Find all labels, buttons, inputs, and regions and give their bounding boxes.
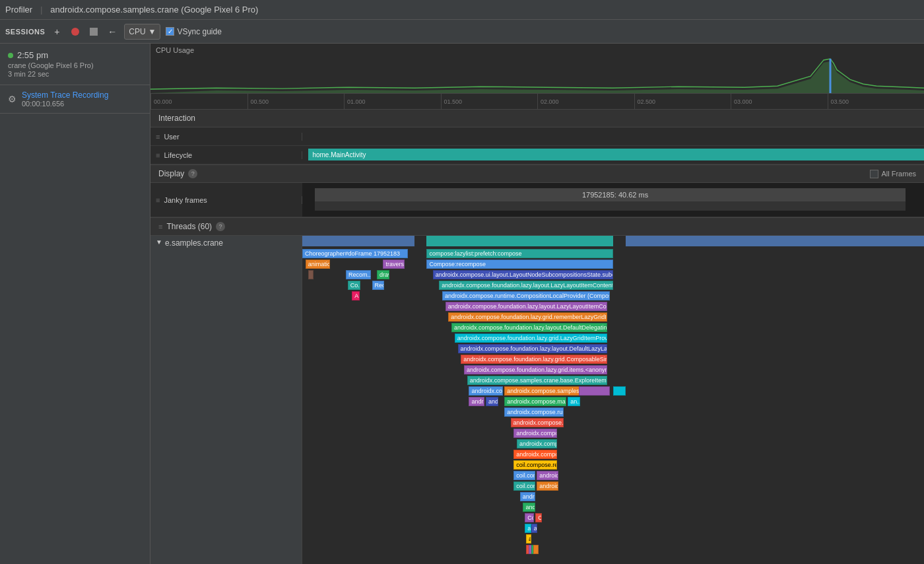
flame-right-1[interactable] (579, 386, 610, 396)
add-session-button[interactable]: + (50, 25, 63, 38)
stop-icon (90, 28, 98, 36)
record-icon (71, 28, 79, 36)
vsync-checkbox[interactable]: ✓ (166, 27, 174, 36)
live-indicator (8, 53, 13, 58)
hamburger-icon-3[interactable]: ≡ (156, 196, 160, 204)
collapse-icon[interactable]: ▼ (156, 238, 162, 246)
flame-block-5[interactable]: draw (377, 270, 389, 279)
ruler-tick-0: 00.000 (150, 94, 248, 109)
flame-block-15[interactable]: androidx.compose.foundation.lazy.layout.… (451, 323, 607, 332)
flame-block-16[interactable]: androidx.compose.foundation.lazy.grid.La… (455, 334, 607, 343)
flame-block-42[interactable]: an... (531, 524, 537, 533)
flame-block-bottom-4[interactable] (533, 545, 539, 554)
flame-block-23[interactable]: andr... (469, 397, 484, 406)
threads-help-icon[interactable]: ? (216, 222, 225, 231)
timeline-ruler: 00.000 00.500 01.000 01.500 02.000 02.50… (150, 93, 924, 109)
flame-block-32[interactable]: coil.compose.rememberAsyncImagePainter (… (513, 460, 557, 470)
session-duration: 3 min 22 sec (8, 70, 142, 78)
trace-recording-item[interactable]: ⚙ System Trace Recording 00:00:10.656 (0, 85, 150, 114)
trace-name: System Trace Recording (22, 90, 142, 100)
vsync-toggle[interactable]: ✓ VSync guide (166, 27, 221, 36)
flame-block-28[interactable]: androidx.compose.material.Surface.<anony… (511, 418, 564, 427)
flame-block-27[interactable]: androidx.compose.runtime.CompositionLoca… (504, 407, 563, 417)
plus-icon: + (54, 27, 59, 36)
flame-block-30[interactable]: androidx.compose.samples.crane.base.Expl… (517, 439, 557, 448)
threads-title: Threads (60) (166, 222, 212, 231)
thread-header-bar-3 (626, 236, 924, 246)
thread-name: e.samples.crane (165, 238, 223, 248)
flame-block-34[interactable]: androidx.compose.u... (537, 471, 558, 480)
lifecycle-row-content: home.MainActivity (302, 146, 924, 164)
flame-block-43[interactable]: a... (526, 534, 531, 544)
stop-button[interactable] (87, 25, 100, 38)
record-button[interactable] (69, 25, 82, 38)
toolbar: SESSIONS + ← CPU ▼ ✓ VSync guide (0, 20, 924, 44)
user-row-label: User (164, 133, 179, 141)
flame-block-29[interactable]: androidx.compose.samples.crane.base.Expl… (513, 429, 557, 438)
session-info: 2:55 pm crane (Google Pixel 6 Pro) 3 min… (0, 44, 150, 85)
flame-block-38[interactable]: androidx.com... (523, 503, 535, 512)
flame-block-31[interactable]: androidx.compose.samples.crane.base.Expl… (513, 450, 557, 459)
flame-block-11[interactable]: androidx.compose.foundation.lazy.layout.… (439, 281, 613, 290)
ruler-tick-5: 02.500 (634, 94, 731, 109)
flame-block-41[interactable]: an... (525, 524, 531, 533)
janky-tooltip: 17952185: 40.62 ms (582, 191, 648, 199)
flame-block-12[interactable]: androidx.compose.runtime.CompositionLoca… (442, 291, 610, 300)
main-layout: 2:55 pm crane (Google Pixel 6 Pro) 3 min… (0, 44, 924, 564)
title-separator: | (40, 5, 42, 15)
display-header: Display ? All Frames (150, 165, 924, 183)
flame-block-6[interactable]: Co... (348, 281, 360, 290)
hamburger-icon-2[interactable]: ≡ (156, 151, 160, 159)
display-title: Display (158, 169, 184, 178)
flame-block-7[interactable]: Rec... (372, 281, 385, 290)
help-icon[interactable]: ? (188, 169, 197, 178)
flame-block-37[interactable]: androidx.compo... (520, 492, 536, 501)
threads-hamburger[interactable]: ≡ (158, 223, 162, 230)
chevron-down-icon: ▼ (148, 27, 156, 36)
flame-block-anim-sub[interactable] (308, 270, 314, 279)
flame-block-21[interactable]: androidx.compose.ui.layout.m... (469, 386, 503, 396)
title-profiler: Profiler (5, 5, 32, 15)
flame-block-39[interactable]: Com... (525, 513, 534, 522)
ruler-tick-3: 01.500 (441, 94, 538, 109)
flame-block-33[interactable]: coil.compose.r... (513, 471, 535, 480)
flame-block-36[interactable]: androidx.compo... (537, 481, 558, 491)
flame-block-0[interactable]: Choreographer#doFrame 17952183 (302, 249, 408, 258)
flame-block-24[interactable]: andr... (486, 397, 498, 406)
hamburger-icon[interactable]: ≡ (156, 133, 160, 141)
flame-block-10[interactable]: androidx.compose.ui.layout.LayoutNodeSub… (433, 270, 613, 279)
content-area: CPU Usage 00.000 00.500 01.000 01.500 02… (150, 44, 924, 564)
flame-block-35[interactable]: coil.compose.r... (513, 481, 535, 491)
interaction-header: Interaction (150, 110, 924, 127)
flame-block-4[interactable]: Recom... (346, 270, 371, 279)
janky-frames-label: Janky frames (164, 196, 207, 204)
all-frames-checkbox[interactable] (870, 170, 878, 178)
threads-body: ▼ e.samples.crane Choreographer#doFrame … (150, 236, 924, 564)
flame-block-1[interactable]: compose:lazylist:prefetch:compose (426, 249, 613, 258)
flame-block-25[interactable]: androidx.compose.material.Surface (Surfa… (504, 397, 566, 406)
flame-block-3[interactable]: traversal (383, 260, 405, 269)
flame-block-9[interactable]: Compose:recompose (426, 260, 613, 269)
flame-block-2[interactable]: animation (306, 260, 331, 269)
flame-block-40[interactable]: C... (535, 513, 541, 522)
flame-block-20[interactable]: androidx.compose.samples.crane.base.Expl… (467, 376, 607, 385)
flame-block-14[interactable]: androidx.compose.foundation.lazy.grid.re… (448, 312, 607, 322)
flame-right-2[interactable] (613, 386, 626, 396)
flame-block-19[interactable]: androidx.compose.foundation.lazy.grid.it… (464, 365, 607, 374)
threads-header: ≡ Threads (60) ? (150, 218, 924, 236)
back-button[interactable]: ← (106, 25, 119, 38)
interaction-lifecycle-row: ≡ Lifecycle home.MainActivity (150, 146, 924, 164)
flame-block-8[interactable]: A... (352, 291, 359, 300)
flame-block-26[interactable]: an... (568, 397, 580, 406)
lifecycle-row-label: Lifecycle (164, 151, 192, 159)
cpu-usage-label: CPU Usage (156, 46, 194, 54)
ruler-tick-1: 00.500 (248, 94, 345, 109)
thread-label-col: ▼ e.samples.crane (150, 236, 302, 564)
flame-block-18[interactable]: androidx.compose.foundation.lazy.grid.Co… (461, 355, 607, 364)
cpu-label: CPU (129, 27, 145, 36)
cpu-dropdown[interactable]: CPU ▼ (124, 24, 160, 40)
flame-block-17[interactable]: androidx.compose.foundation.lazy.layout.… (458, 344, 607, 353)
cpu-chart (150, 57, 924, 93)
thread-content-col: Choreographer#doFrame 17952183 compose:l… (302, 236, 924, 564)
flame-block-13[interactable]: androidx.compose.foundation.lazy.layout.… (446, 302, 607, 311)
